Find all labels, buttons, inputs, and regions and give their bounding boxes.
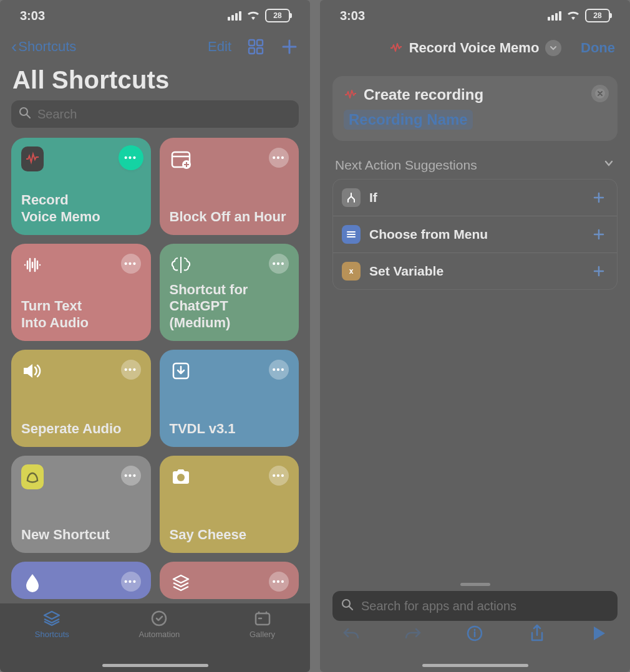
grid-view-icon[interactable] [246,37,265,56]
shortcut-label: Turn TextInto Audio [21,298,141,331]
suggestion-label: If [369,190,581,205]
tab-shortcuts[interactable]: Shortcuts [35,610,69,639]
more-icon[interactable]: ••• [121,572,141,592]
tab-gallery[interactable]: Gallery [250,610,275,639]
share-button[interactable] [523,621,551,648]
svg-text:x: x [349,267,354,276]
branch-icon [342,188,361,207]
battery-icon: 28 [265,9,290,22]
shortcut-label: Seperate Audio [21,421,141,437]
brain-icon [170,254,192,276]
shortcut-label: Shortcut for ChatGPT (Medium) [170,282,289,331]
info-button[interactable] [461,621,488,648]
add-suggestion-icon[interactable] [589,262,608,281]
shortcut-label: TVDL v3.1 [170,421,289,437]
shortcut-card[interactable]: ••• Shortcut for ChatGPT (Medium) [160,244,299,341]
camera-icon [170,466,192,488]
shortcut-card[interactable]: ••• Seperate Audio [11,350,151,447]
cellular-icon [228,11,241,21]
tab-label: Gallery [250,630,275,639]
home-indicator [422,664,528,667]
page-title: All Shortcuts [12,66,298,94]
info-icon [466,625,483,645]
shortcut-card[interactable]: ••• Block Off an Hour [160,138,299,235]
chevron-down-icon [545,40,561,56]
status-bar: 3:03 28 [0,0,310,31]
waveform-icon [21,148,44,170]
add-suggestion-icon[interactable] [589,225,608,244]
undo-icon [342,625,361,644]
more-icon[interactable]: ••• [269,572,289,592]
sheet-grabber[interactable] [460,583,490,586]
more-icon[interactable]: ••• [269,360,289,380]
wifi-icon [566,11,580,21]
shortcut-card[interactable]: ••• Say Cheese [160,456,299,553]
shortcut-title-button[interactable]: Record Voice Memo [389,40,562,56]
voice-memo-icon [389,41,403,55]
shortcut-card[interactable]: ••• [11,562,151,599]
more-icon[interactable]: ••• [269,148,289,168]
shortcut-card[interactable]: ••• TVDL v3.1 [160,350,299,447]
layers-icon [170,572,192,594]
shortcut-label: RecordVoice Memo [21,192,141,225]
status-time: 3:03 [340,9,365,23]
more-icon[interactable]: ••• [121,254,141,274]
clear-action-icon[interactable] [591,85,609,102]
more-icon[interactable]: ••• [269,466,289,486]
edit-button[interactable]: Edit [208,39,231,55]
shortcuts-stack-icon [42,610,62,627]
editor-nav: Record Voice Memo Done [320,31,630,65]
back-button[interactable]: ‹ Shortcuts [11,38,76,55]
svg-point-9 [152,612,166,625]
menu-icon [342,225,361,244]
download-icon [170,360,192,382]
actions-search-input[interactable] [360,598,609,614]
shortcut-label: New Shortcut [21,527,141,543]
action-card[interactable]: Create recording Recording Name [332,76,618,141]
speaker-icon [21,360,44,382]
shortcut-card[interactable]: ••• Turn TextInto Audio [11,244,151,341]
svg-point-13 [342,600,350,607]
shortcut-title-label: Record Voice Memo [409,40,540,56]
shortcut-grid: ••• RecordVoice Memo ••• Block Off an Ho… [0,135,310,602]
voice-memo-icon [344,88,357,102]
suggestion-label: Set Variable [369,264,581,279]
more-icon[interactable]: ••• [121,360,141,380]
back-label: Shortcuts [18,39,76,55]
shortcut-card[interactable]: ••• RecordVoice Memo [11,138,151,235]
suggestions-header[interactable]: Next Action Suggestions [335,157,615,173]
status-time: 3:03 [20,9,45,23]
add-suggestion-icon[interactable] [589,188,608,207]
undo-button [337,621,365,648]
more-icon[interactable]: ••• [269,254,289,274]
play-icon [591,625,606,644]
shortcut-label: Block Off an Hour [170,209,289,225]
svg-point-8 [177,474,185,481]
more-icon[interactable]: ••• [121,466,141,486]
suggestion-label: Choose from Menu [369,227,581,242]
search-bar[interactable] [11,100,299,128]
suggestion-row[interactable]: Choose from Menu [333,216,617,252]
svg-rect-0 [249,40,254,46]
cards-icon [253,610,273,627]
more-icon[interactable]: ••• [121,148,141,168]
shortcut-label: Say Cheese [170,527,289,543]
shortcut-card[interactable]: ••• [160,562,299,599]
search-input[interactable] [36,107,291,122]
sound-wave-icon [21,254,44,276]
redo-button [399,621,427,648]
tab-label: Automation [138,630,180,639]
wifi-icon [246,11,260,21]
shortcut-card[interactable]: ••• New Shortcut [11,456,151,553]
play-button[interactable] [585,621,613,648]
nav-bar: ‹ Shortcuts Edit [0,31,310,62]
action-parameter-token[interactable]: Recording Name [344,110,473,130]
suggestion-row[interactable]: If [333,180,617,216]
tab-automation[interactable]: Automation [138,610,180,639]
add-shortcut-button[interactable] [280,37,299,56]
search-icon [341,598,354,613]
shortcuts-library-screen: 3:03 28 ‹ Shortcuts Edit All Shortcuts [0,0,310,672]
suggestion-row[interactable]: x Set Variable [333,252,617,289]
done-button[interactable]: Done [581,40,615,56]
svg-point-4 [20,108,27,115]
